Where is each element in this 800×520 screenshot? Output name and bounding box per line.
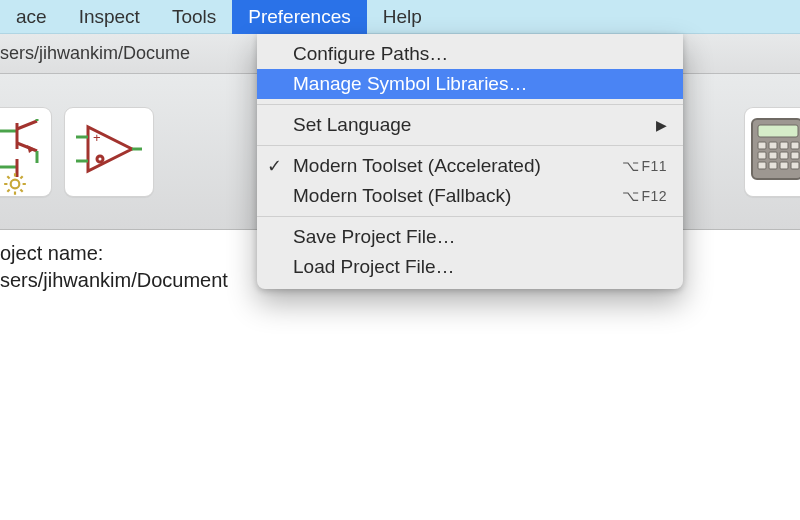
svg-rect-17: [758, 125, 798, 137]
menu-item-label: Set Language: [293, 114, 411, 136]
menu-item-label: Modern Toolset (Accelerated): [293, 155, 541, 177]
check-icon: ✓: [267, 155, 282, 177]
svg-rect-23: [769, 152, 777, 159]
menu-item-label: Save Project File…: [293, 226, 456, 248]
menu-item-save-project-file[interactable]: Save Project File…: [257, 222, 683, 252]
svg-rect-24: [780, 152, 788, 159]
menu-item-modern-toolset-accelerated[interactable]: ✓ Modern Toolset (Accelerated) ⌥F11: [257, 151, 683, 181]
svg-rect-21: [791, 142, 799, 149]
menu-separator: [257, 145, 683, 146]
menu-shortcut: ⌥F12: [622, 187, 667, 205]
svg-line-4: [17, 143, 37, 151]
calculator-icon: [748, 117, 801, 186]
svg-text:+: +: [93, 130, 101, 145]
svg-rect-19: [769, 142, 777, 149]
menu-separator: [257, 216, 683, 217]
svg-point-0: [11, 180, 20, 189]
svg-rect-28: [780, 162, 788, 169]
toolbar-opamp-button[interactable]: +: [64, 107, 154, 197]
menu-help[interactable]: Help: [367, 0, 438, 34]
svg-rect-27: [769, 162, 777, 169]
svg-rect-18: [758, 142, 766, 149]
menu-inspect[interactable]: Inspect: [63, 0, 156, 34]
path-text: sers/jihwankim/Docume: [0, 43, 190, 64]
preferences-dropdown: Configure Paths… Manage Symbol Libraries…: [257, 34, 683, 289]
submenu-arrow-icon: ▶: [656, 117, 667, 133]
svg-rect-26: [758, 162, 766, 169]
svg-marker-9: [27, 145, 35, 153]
svg-rect-25: [791, 152, 799, 159]
opamp-icon: +: [74, 121, 144, 182]
menu-item-modern-toolset-fallback[interactable]: Modern Toolset (Fallback) ⌥F12: [257, 181, 683, 211]
menu-item-label: Configure Paths…: [293, 43, 448, 65]
svg-rect-22: [758, 152, 766, 159]
menu-tools[interactable]: Tools: [156, 0, 232, 34]
menu-item-label: Manage Symbol Libraries…: [293, 73, 527, 95]
menu-preferences[interactable]: Preferences: [232, 0, 366, 34]
menu-item-label: Modern Toolset (Fallback): [293, 185, 511, 207]
menu-item-label: Load Project File…: [293, 256, 455, 278]
menubar: ace Inspect Tools Preferences Help: [0, 0, 800, 34]
gear-icon[interactable]: [2, 171, 28, 197]
toolbar-calculator-button[interactable]: [744, 107, 800, 197]
menu-item-configure-paths[interactable]: Configure Paths…: [257, 39, 683, 69]
menu-shortcut: ⌥F11: [622, 157, 667, 175]
svg-rect-20: [780, 142, 788, 149]
menu-item-set-language[interactable]: Set Language ▶: [257, 110, 683, 140]
menu-place[interactable]: ace: [0, 0, 63, 34]
menu-item-load-project-file[interactable]: Load Project File…: [257, 252, 683, 282]
menu-separator: [257, 104, 683, 105]
svg-line-3: [17, 121, 37, 129]
menu-item-manage-symbol-libraries[interactable]: Manage Symbol Libraries…: [257, 69, 683, 99]
svg-rect-29: [791, 162, 799, 169]
